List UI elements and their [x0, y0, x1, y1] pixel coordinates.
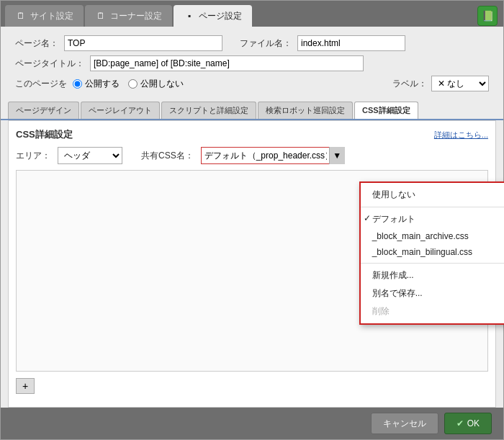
shared-css-label: 共有CSS名： [141, 150, 194, 162]
sub-tab-design-label: ページデザイン [16, 106, 71, 115]
publish-row: このページを 公開する 公開しない ラベル： ✕ なし [15, 76, 489, 91]
no-publish-radio-label: 公開しない [140, 78, 184, 90]
add-icon: + [22, 380, 28, 392]
sub-tab-layout[interactable]: ページレイアウト [81, 102, 160, 119]
sub-tab-robot-label: 検索ロボット巡回設定 [266, 106, 345, 115]
top-tab-bar: 🗒 サイト設定 🗒 コーナー設定 ▪ ページ設定 📗 [1, 1, 503, 27]
content-area: CSS詳細設定 詳細はこちら... エリア： ヘッダ 共有CSS名： ▼ 使用し… [8, 120, 496, 408]
section-title: CSS詳細設定 [16, 128, 73, 141]
detail-link[interactable]: 詳細はこちら... [434, 130, 488, 140]
page-title-input[interactable] [90, 55, 364, 71]
dropdown-separator-2 [361, 263, 504, 264]
no-publish-radio[interactable]: 公開しない [128, 78, 184, 90]
dropdown-default[interactable]: デフォルト [361, 210, 504, 228]
page-title-label: ページタイトル： [15, 58, 84, 70]
ok-button[interactable]: ✔ OK [444, 413, 492, 434]
css-name-dropdown-arrow[interactable]: ▼ [329, 147, 345, 164]
cancel-button[interactable]: キャンセル [371, 413, 438, 434]
css-name-container: ▼ 使用しない デフォルト _block_main_archive.css _b… [201, 147, 345, 164]
tab-corner[interactable]: 🗒 コーナー設定 [85, 5, 172, 27]
sub-tab-robot[interactable]: 検索ロボット巡回設定 [258, 102, 353, 119]
sub-tab-css-label: CSS詳細設定 [362, 106, 410, 115]
ok-checkmark-icon: ✔ [456, 418, 464, 428]
dropdown-no-use-label: 使用しない [372, 189, 415, 199]
sub-tab-script-label: スクリプトと詳細設定 [169, 106, 248, 115]
sub-tab-design[interactable]: ページデザイン [8, 102, 79, 119]
publish-radio[interactable]: 公開する [73, 78, 120, 90]
css-field-row: エリア： ヘッダ 共有CSS名： ▼ 使用しない デフォルト [16, 147, 488, 164]
page-tab-icon: ▪ [184, 10, 195, 22]
sub-tab-layout-label: ページレイアウト [89, 106, 152, 115]
file-name-input[interactable] [297, 35, 405, 51]
site-tab-icon: 🗒 [15, 10, 27, 22]
this-page-label: このページを [15, 78, 67, 90]
dropdown-bilingual-label: _block_main_bilingual.css [372, 247, 472, 257]
label-group: ラベル： ✕ なし [392, 76, 489, 91]
css-dropdown-menu: 使用しない デフォルト _block_main_archive.css _blo… [359, 181, 504, 325]
dropdown-default-label: デフォルト [372, 214, 415, 224]
cancel-label: キャンセル [383, 418, 426, 430]
label-select[interactable]: ✕ なし [431, 76, 489, 91]
dropdown-separator-1 [361, 207, 504, 207]
css-name-input[interactable] [201, 147, 345, 164]
site-tab-label: サイト設定 [30, 10, 73, 22]
tab-site[interactable]: 🗒 サイト設定 [5, 5, 84, 27]
sub-tab-bar: ページデザイン ページレイアウト スクリプトと詳細設定 検索ロボット巡回設定 C… [1, 102, 503, 120]
corner-tab-icon: 🗒 [95, 10, 107, 22]
content-header: CSS詳細設定 詳細はこちら... [16, 128, 488, 141]
dropdown-archive[interactable]: _block_main_archive.css [361, 228, 504, 244]
add-button[interactable]: + [16, 378, 35, 394]
dropdown-bilingual[interactable]: _block_main_bilingual.css [361, 244, 504, 260]
dropdown-delete[interactable]: 削除 [361, 302, 504, 320]
page-tab-label: ページ設定 [199, 10, 242, 22]
dropdown-saveas-label: 別名で保存... [372, 288, 423, 298]
main-window: 🗒 サイト設定 🗒 コーナー設定 ▪ ページ設定 📗 ページ名： ファイル名： … [0, 0, 504, 440]
area-select[interactable]: ヘッダ [58, 147, 122, 164]
dropdown-archive-label: _block_main_archive.css [372, 231, 469, 241]
no-publish-radio-input[interactable] [128, 79, 138, 89]
form-area: ページ名： ファイル名： ページタイトル： このページを 公開する 公開しない [1, 27, 503, 102]
area-label: エリア： [16, 150, 50, 162]
page-name-label: ページ名： [15, 37, 58, 50]
dropdown-no-use[interactable]: 使用しない [361, 186, 504, 204]
footer: キャンセル ✔ OK [1, 408, 503, 439]
sub-tab-css[interactable]: CSS詳細設定 [354, 102, 418, 119]
label-label: ラベル： [392, 78, 427, 90]
page-name-row: ページ名： ファイル名： [15, 35, 489, 51]
dropdown-delete-label: 削除 [372, 306, 390, 316]
tab-page[interactable]: ▪ ページ設定 [174, 5, 252, 27]
dropdown-new[interactable]: 新規作成... [361, 266, 504, 284]
ok-label: OK [467, 418, 480, 428]
dropdown-saveas[interactable]: 別名で保存... [361, 284, 504, 302]
green-icon-button[interactable]: 📗 [477, 6, 498, 26]
page-name-input[interactable] [64, 35, 222, 51]
publish-radio-label: 公開する [85, 78, 120, 90]
corner-tab-label: コーナー設定 [110, 10, 162, 22]
publish-radio-input[interactable] [73, 79, 82, 89]
file-name-label: ファイル名： [240, 37, 292, 50]
dropdown-new-label: 新規作成... [372, 270, 414, 280]
page-title-row: ページタイトル： [15, 55, 489, 71]
top-right-area: 📗 [477, 5, 499, 27]
publish-radio-group: 公開する 公開しない [73, 78, 184, 90]
sub-tab-script[interactable]: スクリプトと詳細設定 [161, 102, 256, 119]
green-icon: 📗 [482, 10, 494, 22]
